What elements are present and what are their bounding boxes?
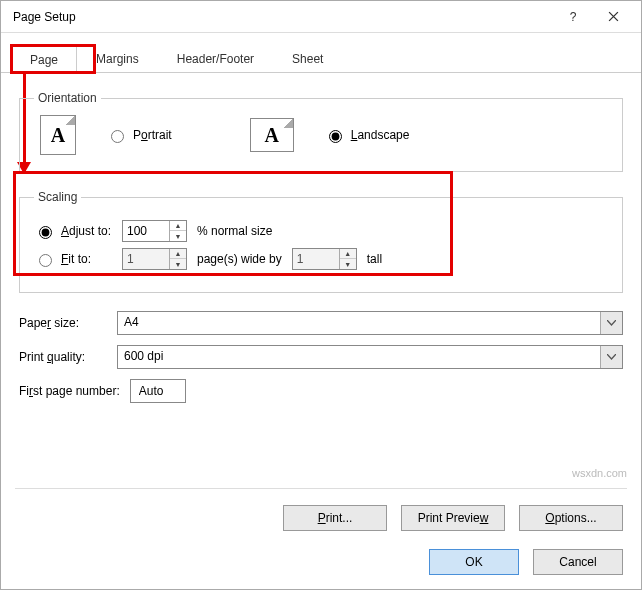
radio-portrait-input[interactable]: [111, 130, 124, 143]
dialog-body: Orientation A Portrait A Landscape Scali…: [1, 73, 641, 423]
close-icon: [608, 11, 619, 22]
radio-fit[interactable]: Fit to:: [34, 251, 112, 267]
fit-tall-spinner[interactable]: ▲▼: [292, 248, 357, 270]
separator: [15, 488, 627, 489]
print-preview-button[interactable]: Print Preview: [401, 505, 505, 531]
radio-adjust[interactable]: Adjust to:: [34, 223, 112, 239]
first-page-label: First page number:: [19, 384, 120, 398]
up-icon[interactable]: ▲: [170, 221, 186, 231]
action-buttons: Print... Print Preview Options...: [283, 505, 623, 531]
fit-wide-value[interactable]: [123, 249, 169, 269]
adjust-spinner[interactable]: ▲▼: [122, 220, 187, 242]
radio-landscape-input[interactable]: [329, 130, 342, 143]
radio-adjust-input[interactable]: [39, 226, 52, 239]
radio-landscape-label: Landscape: [351, 128, 410, 142]
footer-buttons: OK Cancel: [429, 549, 623, 575]
print-quality-combo[interactable]: 600 dpi: [117, 345, 623, 369]
ok-button[interactable]: OK: [429, 549, 519, 575]
print-quality-label: Print quality:: [19, 350, 105, 364]
tab-sheet[interactable]: Sheet: [273, 45, 342, 72]
scaling-legend: Scaling: [34, 190, 81, 204]
fit-mid-label: page(s) wide by: [197, 252, 282, 266]
adjust-suffix: % normal size: [197, 224, 272, 238]
print-quality-value: 600 dpi: [118, 346, 600, 368]
page-setup-dialog: Page Setup ? Page Margins Header/Footer …: [0, 0, 642, 590]
watermark: wsxdn.com: [572, 467, 627, 479]
radio-portrait-label: Portrait: [133, 128, 172, 142]
fit-tall-value[interactable]: [293, 249, 339, 269]
help-button[interactable]: ?: [553, 1, 593, 33]
down-icon[interactable]: ▼: [170, 259, 186, 269]
print-button[interactable]: Print...: [283, 505, 387, 531]
landscape-icon: A: [250, 118, 294, 152]
scaling-group: Scaling Adjust to: ▲▼ % normal size Fit …: [19, 190, 623, 293]
radio-fit-input[interactable]: [39, 254, 52, 267]
up-icon[interactable]: ▲: [340, 249, 356, 259]
down-icon[interactable]: ▼: [170, 231, 186, 241]
options-button[interactable]: Options...: [519, 505, 623, 531]
radio-adjust-label: Adjust to:: [61, 224, 111, 238]
portrait-icon: A: [40, 115, 76, 155]
adjust-value[interactable]: [123, 221, 169, 241]
orientation-legend: Orientation: [34, 91, 101, 105]
chevron-down-icon[interactable]: [600, 312, 622, 334]
chevron-down-icon[interactable]: [600, 346, 622, 368]
radio-landscape[interactable]: Landscape: [324, 127, 410, 143]
tab-page[interactable]: Page: [11, 46, 77, 73]
close-button[interactable]: [593, 1, 633, 33]
orientation-group: Orientation A Portrait A Landscape: [19, 91, 623, 172]
tab-margins[interactable]: Margins: [77, 45, 158, 72]
titlebar: Page Setup ?: [1, 1, 641, 33]
cancel-button[interactable]: Cancel: [533, 549, 623, 575]
fit-tall-suffix: tall: [367, 252, 382, 266]
paper-size-combo[interactable]: A4: [117, 311, 623, 335]
tab-strip: Page Margins Header/Footer Sheet: [1, 37, 641, 73]
paper-size-label: Paper size:: [19, 316, 105, 330]
up-icon[interactable]: ▲: [170, 249, 186, 259]
radio-fit-label: Fit to:: [61, 252, 91, 266]
radio-portrait[interactable]: Portrait: [106, 127, 172, 143]
fit-wide-spinner[interactable]: ▲▼: [122, 248, 187, 270]
down-icon[interactable]: ▼: [340, 259, 356, 269]
window-title: Page Setup: [9, 10, 553, 24]
tab-header-footer[interactable]: Header/Footer: [158, 45, 273, 72]
paper-size-value: A4: [118, 312, 600, 334]
first-page-input[interactable]: [130, 379, 186, 403]
